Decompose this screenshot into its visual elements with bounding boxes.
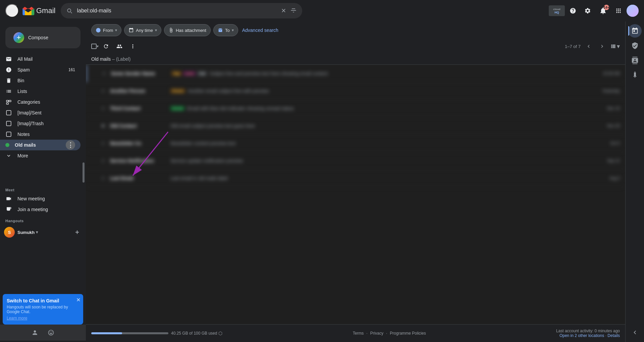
email-row[interactable]: ☆ Some Sender Name Tag Label Cat Subject… [86, 65, 625, 82]
view-toggle-button[interactable]: ▾ [610, 43, 620, 50]
svg-rect-2 [6, 132, 11, 137]
gmail-logo: Gmail [21, 4, 55, 17]
sidebar-item-bin[interactable]: Bin [0, 75, 80, 86]
previous-page-button[interactable] [583, 41, 594, 52]
sidebar-item-categories[interactable]: Categories [0, 97, 80, 107]
compose-label: Compose [28, 35, 48, 40]
imap-trash-label: [Imap]/Trash [17, 121, 75, 126]
lists-icon [5, 88, 12, 95]
hangouts-add-button[interactable]: + [72, 228, 82, 237]
right-sidebar-calendar-button[interactable] [628, 24, 642, 38]
sidebar-item-imap-trash[interactable]: [Imap]/Trash [0, 118, 80, 129]
sidebar-item-new-meeting[interactable]: New meeting [0, 193, 80, 204]
sidebar-item-lists[interactable]: Lists [0, 86, 80, 97]
email-toolbar: ▾ 1–7 of 7 [86, 39, 625, 54]
sidebar-item-more[interactable]: More [0, 150, 80, 161]
checkbox-arrow[interactable]: ▾ [97, 44, 99, 49]
all-mail-label: All Mail [17, 56, 75, 62]
filter-bar: From ▾ Any time ▾ Has attachment [86, 21, 625, 39]
hangouts-name: Sumukh ▾ [17, 230, 38, 235]
hangouts-avatar: S [4, 227, 15, 238]
email-row[interactable]: ☆ Last Email Last email in old mails lab… [86, 169, 625, 187]
avatar-image [627, 5, 639, 17]
right-sidebar-keep-button[interactable] [628, 68, 642, 82]
has-attachment-filter-chip[interactable]: Has attachment [164, 24, 211, 36]
notifications-button[interactable]: 14+ [596, 3, 610, 18]
hangouts-section-label: Hangouts [0, 215, 86, 224]
advanced-search-link[interactable]: Advanced search [242, 28, 278, 33]
help-button[interactable] [566, 4, 580, 17]
settings-button[interactable] [581, 4, 594, 17]
programme-policies-link[interactable]: Programme Policies [390, 331, 426, 336]
right-sidebar-tasks-button[interactable] [628, 39, 642, 52]
bin-label: Bin [17, 78, 75, 83]
apps-button[interactable] [612, 4, 625, 17]
refresh-button[interactable] [100, 40, 112, 52]
details-link[interactable]: Details [607, 333, 620, 338]
storage-bar-fill [91, 332, 122, 334]
storage-text: 40.25 GB of 100 GB used ⬡ [171, 331, 222, 336]
email-row[interactable]: ☆ Newsletter Co Newsletter content previ… [86, 135, 625, 152]
right-sidebar-contacts-button[interactable] [628, 54, 642, 67]
search-filter-button[interactable] [290, 7, 297, 14]
switch-chat-learn-more-link[interactable]: Learn more [7, 316, 27, 321]
switch-chat-title: Switch to Chat in Gmail [7, 298, 79, 303]
sidebar-item-all-mail[interactable]: All Mail [0, 54, 80, 64]
checkbox-box[interactable] [91, 44, 97, 49]
compose-button[interactable]: + Compose [5, 27, 80, 48]
hamburger-menu-button[interactable] [5, 4, 19, 17]
new-meeting-icon [5, 195, 12, 202]
cloud-hq-button[interactable]: cloud HQ [549, 5, 565, 16]
old-mails-more-button[interactable]: ⋮ [66, 140, 75, 150]
sidebar-item-imap-sent[interactable]: [Imap]/Sent [0, 107, 80, 118]
contacts-icon [116, 43, 122, 49]
email-row[interactable]: ☆ Service Notification Service update no… [86, 152, 625, 169]
meet-section-label: Meet [0, 184, 86, 193]
compose-plus-icon: + [13, 32, 24, 43]
label-type: – (Label) [112, 56, 130, 62]
sidebar: + Compose All Mail Spam 161 Bin [0, 21, 86, 342]
email-row[interactable]: ☆ Another Person Promo Another email sub… [86, 82, 625, 100]
terms-link[interactable]: Terms [353, 331, 364, 336]
anytime-filter-chip[interactable]: Any time ▾ [124, 24, 161, 36]
more-icon [5, 152, 12, 159]
old-mails-dot [5, 143, 9, 147]
lists-label: Lists [17, 89, 75, 94]
sidebar-item-old-mails[interactable]: Old mails ⋮ [0, 140, 80, 150]
sidebar-item-spam[interactable]: Spam 161 [0, 64, 80, 75]
sidebar-scrollbar [83, 162, 85, 183]
main-content: + Compose All Mail Spam 161 Bin [0, 21, 644, 342]
search-input[interactable] [77, 8, 277, 14]
from-filter-chip[interactable]: From ▾ [91, 24, 121, 36]
bottom-person-button[interactable] [30, 327, 40, 338]
expand-icon [631, 329, 639, 336]
filter-icon [290, 7, 297, 14]
hangouts-header: S Sumukh ▾ + [0, 224, 86, 240]
other-locations-text: Open in 2 other locations · Details [556, 333, 620, 338]
footer-activity: Last account activity: 0 minutes ago Ope… [556, 329, 620, 338]
svg-rect-0 [6, 110, 11, 115]
bottom-emoji-button[interactable] [46, 327, 56, 338]
to-filter-chip[interactable]: To ▾ [213, 24, 238, 36]
search-bar: ✕ [61, 3, 302, 18]
sidebar-item-join-meeting[interactable]: Join a meeting [0, 204, 80, 215]
to-chip-arrow: ▾ [232, 28, 234, 33]
search-clear-button[interactable]: ✕ [281, 7, 286, 14]
calendar-sidebar-icon [631, 27, 639, 35]
email-row[interactable]: ★ Old Contact Old email subject preview … [86, 117, 625, 135]
user-avatar[interactable] [627, 5, 639, 17]
right-sidebar-expand-button[interactable] [628, 326, 642, 339]
switch-chat-close-button[interactable]: ✕ [76, 297, 80, 303]
search-icon [66, 7, 73, 14]
privacy-link[interactable]: Privacy [370, 331, 383, 336]
contacts-button[interactable] [113, 40, 125, 52]
more-toolbar-button[interactable] [127, 40, 139, 52]
attachment-icon [168, 28, 174, 33]
bin-icon [5, 77, 12, 84]
email-row[interactable]: ☆ Third Contact Social Email with blue d… [86, 100, 625, 117]
sidebar-item-notes[interactable]: Notes [0, 129, 80, 140]
next-page-button[interactable] [597, 41, 607, 52]
storage-external-link-icon[interactable]: ⬡ [218, 331, 222, 336]
switch-chat-text: Hangouts will soon be replaced by Google… [7, 305, 79, 314]
select-all-checkbox[interactable]: ▾ [91, 44, 99, 49]
